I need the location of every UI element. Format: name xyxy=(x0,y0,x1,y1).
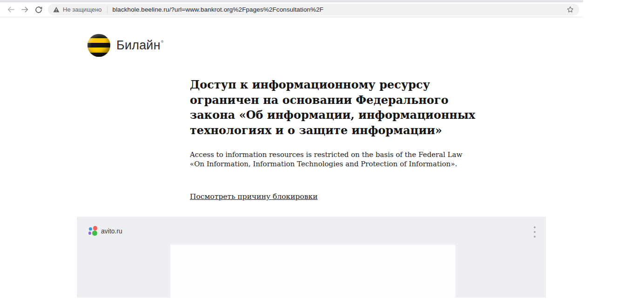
security-status-label[interactable]: Не защищено xyxy=(63,6,102,13)
back-arrow-icon xyxy=(7,5,15,14)
ad-site-label[interactable]: avito.ru xyxy=(101,227,122,235)
view-block-reason-link[interactable]: Посмотреть причину блокировки xyxy=(190,192,318,201)
not-secure-warning-icon xyxy=(53,7,60,13)
avito-dot-green xyxy=(92,231,97,236)
forward-button[interactable] xyxy=(18,3,32,16)
reload-button[interactable] xyxy=(32,3,46,16)
avito-dot-blue xyxy=(89,227,92,231)
body-line: Access to information resources is restr… xyxy=(190,150,441,160)
forward-arrow-icon xyxy=(20,5,29,14)
kebab-menu-icon xyxy=(534,236,536,238)
avito-dot-red xyxy=(93,226,97,231)
heading-line: ограничен на основании Федерального xyxy=(190,93,441,108)
ad-widget-header: avito.ru xyxy=(88,226,122,236)
url-text[interactable]: blackhole.beeline.ru/?url=www.bankrot.or… xyxy=(113,6,565,13)
address-bar[interactable]: Не защищено blackhole.beeline.ru/?url=ww… xyxy=(48,4,579,15)
kebab-menu-icon xyxy=(534,231,536,233)
beeline-sphere-icon xyxy=(87,34,110,57)
block-heading: Доступ к информационному ресурсу огранич… xyxy=(190,77,441,138)
back-button[interactable] xyxy=(4,3,18,16)
reload-icon xyxy=(34,6,43,14)
ad-content-placeholder xyxy=(170,245,456,298)
ad-options-button[interactable] xyxy=(531,226,538,238)
screenshot-canvas: Не защищено blackhole.beeline.ru/?url=ww… xyxy=(0,0,644,300)
page-content: Билайн® Доступ к информационному ресурсу… xyxy=(0,18,583,298)
trademark-symbol: ® xyxy=(161,40,164,44)
heading-line: Доступ к информационному ресурсу xyxy=(190,77,441,93)
heading-line: закона «Об информации, информационных xyxy=(190,108,441,123)
avito-dot-purple xyxy=(88,232,91,235)
omnibox-divider xyxy=(107,6,107,13)
heading-line: технологиях и о защите информации» xyxy=(190,123,441,138)
kebab-menu-icon xyxy=(534,226,536,228)
avito-logo-icon xyxy=(88,226,98,236)
beeline-logo: Билайн® xyxy=(87,34,164,57)
bookmark-star-icon xyxy=(566,6,574,14)
body-line: «On Information, Information Technologie… xyxy=(190,160,441,169)
block-message: Доступ к информационному ресурсу огранич… xyxy=(190,77,441,201)
ad-widget: avito.ru xyxy=(77,217,546,298)
browser-toolbar: Не защищено blackhole.beeline.ru/?url=ww… xyxy=(0,2,583,17)
beeline-wordmark: Билайн® xyxy=(116,38,164,53)
browser-window: Не защищено blackhole.beeline.ru/?url=ww… xyxy=(0,0,583,298)
block-body-english: Access to information resources is restr… xyxy=(190,150,441,169)
bookmark-button[interactable] xyxy=(565,6,576,14)
